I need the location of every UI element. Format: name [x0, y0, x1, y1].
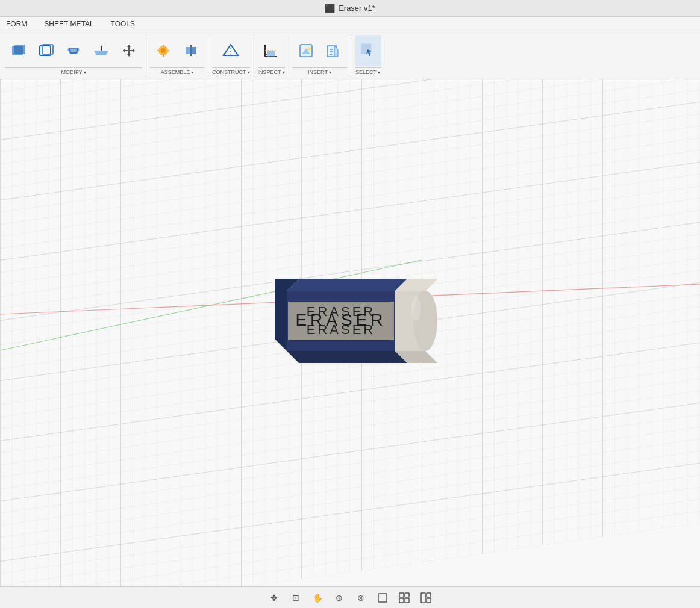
- tool-insert2[interactable]: [320, 35, 347, 66]
- construct-label: CONSTRUCT ▾: [212, 67, 250, 75]
- construct1-icon: [221, 41, 240, 60]
- svg-rect-58: [405, 593, 409, 597]
- tool-select1[interactable]: [355, 35, 381, 66]
- tool-construct1[interactable]: [217, 35, 244, 66]
- assemble1-icon: [154, 41, 173, 60]
- svg-marker-53: [287, 279, 407, 291]
- toolbar-group-inspect: INSPECT ▾: [258, 35, 285, 75]
- shell-icon: [36, 41, 55, 60]
- select1-icon: [358, 41, 378, 60]
- svg-point-9: [161, 48, 166, 53]
- svg-point-55: [411, 297, 421, 321]
- svg-rect-33: [361, 44, 371, 54]
- svg-text:ERASER: ERASER: [295, 311, 386, 329]
- tool-solid[interactable]: [5, 35, 31, 66]
- viewport[interactable]: ERASER ERASER ERASER: [0, 79, 700, 586]
- eraser-model: ERASER ERASER ERASER: [257, 267, 443, 399]
- tool-assemble2[interactable]: [178, 35, 204, 66]
- menu-form[interactable]: FORM: [2, 19, 31, 29]
- inspect-label: INSPECT ▾: [258, 67, 285, 75]
- svg-rect-61: [421, 593, 425, 603]
- svg-rect-56: [378, 594, 387, 602]
- status-layout1-icon[interactable]: [374, 589, 391, 606]
- title-text: Eraser v1*: [339, 4, 375, 13]
- move-tool-icon: [119, 41, 139, 60]
- inspect1-icon: [261, 41, 281, 60]
- solid-icon: [8, 41, 28, 60]
- svg-rect-25: [267, 51, 275, 57]
- toolbar-group-insert: INSERT ▾: [293, 35, 347, 75]
- status-zoom-fit-icon[interactable]: ⊗: [352, 589, 369, 606]
- svg-rect-59: [399, 598, 404, 603]
- insert-label: INSERT ▾: [293, 67, 347, 75]
- svg-rect-15: [190, 47, 196, 54]
- insert2-icon: [324, 41, 343, 60]
- status-pan-icon[interactable]: ✋: [309, 589, 326, 606]
- divider-2: [208, 37, 208, 73]
- menu-bar: FORM SHEET METAL TOOLS: [0, 17, 700, 31]
- toolbar: MODIFY ▾: [0, 31, 700, 79]
- svg-point-28: [307, 47, 311, 51]
- toolbar-group-construct: CONSTRUCT ▾: [212, 35, 250, 75]
- offset-icon: [64, 41, 83, 60]
- select-label: SELECT ▾: [355, 67, 381, 75]
- divider-5: [351, 37, 351, 73]
- svg-marker-49: [287, 351, 407, 363]
- tool-insert1[interactable]: [293, 35, 319, 66]
- svg-rect-63: [427, 598, 431, 603]
- svg-marker-6: [94, 51, 108, 55]
- divider-4: [289, 37, 289, 73]
- status-move-icon[interactable]: ✥: [266, 589, 283, 606]
- app-icon: ⬛: [325, 4, 335, 13]
- status-zoom-in-icon[interactable]: ⊕: [331, 589, 348, 606]
- tool-inspect1[interactable]: [258, 35, 284, 66]
- thicken-icon: [92, 41, 111, 60]
- menu-sheet-metal[interactable]: SHEET METAL: [40, 19, 97, 29]
- tool-shell[interactable]: [33, 35, 59, 66]
- title-bar: ⬛ Eraser v1*: [0, 0, 700, 17]
- assemble-label: ASSEMBLE ▾: [150, 67, 204, 75]
- divider-3: [254, 37, 254, 73]
- menu-tools[interactable]: TOOLS: [107, 19, 139, 29]
- modify-label: MODIFY ▾: [5, 67, 142, 75]
- toolbar-group-assemble: ASSEMBLE ▾: [150, 35, 204, 75]
- svg-rect-60: [405, 598, 409, 603]
- insert1-icon: [296, 41, 316, 60]
- status-fit-icon[interactable]: ⊡: [287, 589, 304, 606]
- status-bar: ✥ ⊡ ✋ ⊕ ⊗: [0, 586, 700, 608]
- toolbar-group-select: SELECT ▾: [355, 35, 381, 75]
- toolbar-group-modify: MODIFY ▾: [5, 35, 142, 75]
- svg-rect-57: [399, 593, 404, 597]
- svg-rect-1: [14, 45, 25, 54]
- tool-assemble1[interactable]: [150, 35, 177, 66]
- divider-1: [146, 37, 146, 73]
- status-layout2-icon[interactable]: [396, 589, 413, 606]
- status-layout3-icon[interactable]: [417, 589, 434, 606]
- tool-offset[interactable]: [60, 35, 87, 66]
- tool-thicken[interactable]: [88, 35, 114, 66]
- tool-move[interactable]: [116, 35, 142, 66]
- svg-rect-62: [427, 593, 431, 597]
- assemble2-icon: [181, 41, 201, 60]
